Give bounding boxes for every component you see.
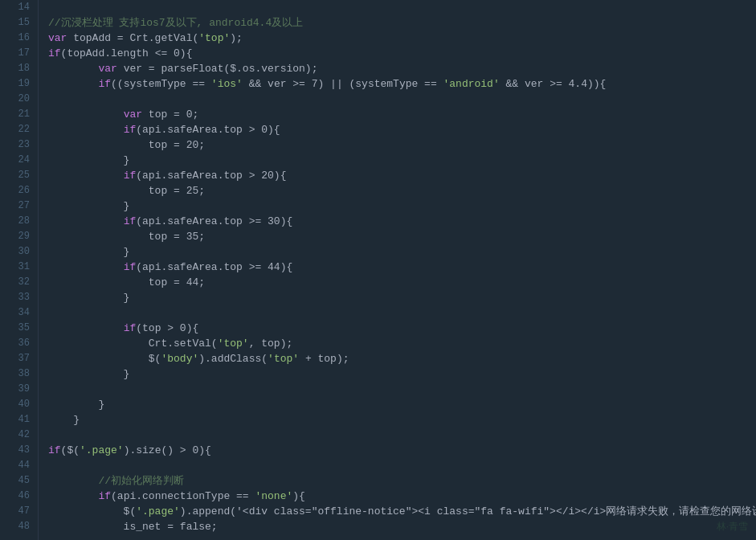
code-line: [48, 92, 756, 107]
code-line: //初始化网络判断: [48, 473, 756, 489]
line-number: 17: [0, 46, 30, 61]
line-number: 22: [0, 122, 30, 137]
line-number: 16: [0, 31, 30, 46]
code-line: [48, 305, 756, 321]
code-line: [48, 458, 756, 473]
watermark: 林·青雪: [717, 520, 748, 534]
line-number: 41: [0, 412, 30, 428]
line-numbers: 1415161718192021222324252627282930313233…: [0, 0, 39, 540]
code-line: //沉浸栏处理 支持ios7及以下, android4.4及以上: [48, 15, 756, 31]
code-line: }: [48, 198, 756, 214]
code-line: }: [48, 397, 756, 412]
line-number: 37: [0, 351, 30, 366]
code-line: var topAdd = Crt.getVal('top');: [48, 31, 756, 46]
line-number: 31: [0, 260, 30, 275]
line-number: 47: [0, 504, 30, 519]
line-number: 45: [0, 473, 30, 489]
line-number: 44: [0, 458, 30, 473]
line-number: 15: [0, 15, 30, 31]
line-number: 34: [0, 305, 30, 321]
code-line: }: [48, 412, 756, 428]
line-number: 14: [0, 0, 30, 15]
line-number: 36: [0, 336, 30, 351]
code-line: $('body').addClass('top' + top);: [48, 351, 756, 366]
line-number: 19: [0, 76, 30, 92]
code-line: if(api.safeArea.top >= 30){: [48, 214, 756, 229]
line-number: 28: [0, 214, 30, 229]
line-number: 27: [0, 198, 30, 214]
code-line: if(api.safeArea.top >= 44){: [48, 260, 756, 275]
line-number: 20: [0, 92, 30, 107]
code-line: var top = 0;: [48, 107, 756, 122]
code-line: var ver = parseFloat($.os.version);: [48, 61, 756, 76]
code-line: if(api.connectionType == 'none'){: [48, 489, 756, 504]
code-line: [48, 0, 756, 15]
line-number: 43: [0, 443, 30, 458]
code-line: }: [48, 290, 756, 305]
code-line: [48, 428, 756, 443]
code-line: Crt.setVal('top', top);: [48, 336, 756, 351]
line-number: 23: [0, 137, 30, 153]
line-number: 21: [0, 107, 30, 122]
code-editor: 1415161718192021222324252627282930313233…: [0, 0, 756, 540]
line-number: 33: [0, 290, 30, 305]
code-line: if($('.page').size() > 0){: [48, 443, 756, 458]
code-line: }: [48, 244, 756, 260]
line-number: 26: [0, 183, 30, 198]
line-number: 42: [0, 428, 30, 443]
line-number: 35: [0, 321, 30, 336]
code-line: if((systemType == 'ios' && ver >= 7) || …: [48, 76, 756, 92]
code-content[interactable]: //沉浸栏处理 支持ios7及以下, android4.4及以上var topA…: [39, 0, 756, 540]
line-number: 18: [0, 61, 30, 76]
code-line: if(api.safeArea.top > 20){: [48, 168, 756, 183]
line-number: 48: [0, 519, 30, 534]
code-line: }: [48, 153, 756, 168]
line-number: 25: [0, 168, 30, 183]
line-number: 39: [0, 382, 30, 397]
code-line: top = 35;: [48, 229, 756, 244]
code-line: [48, 382, 756, 397]
code-line: top = 20;: [48, 137, 756, 153]
code-line: if(topAdd.length <= 0){: [48, 46, 756, 61]
code-line: }: [48, 366, 756, 382]
line-number: 30: [0, 244, 30, 260]
line-number: 46: [0, 489, 30, 504]
line-number: 24: [0, 153, 30, 168]
code-line: top = 25;: [48, 183, 756, 198]
line-number: 32: [0, 275, 30, 290]
code-line: if(top > 0){: [48, 321, 756, 336]
line-number: 29: [0, 229, 30, 244]
line-number: 38: [0, 366, 30, 382]
line-number: 40: [0, 397, 30, 412]
code-line: is_net = false;: [48, 519, 756, 534]
code-line: $('.page').append('<div class="offline-n…: [48, 504, 756, 519]
code-line: if(api.safeArea.top > 0){: [48, 122, 756, 137]
code-line: top = 44;: [48, 275, 756, 290]
